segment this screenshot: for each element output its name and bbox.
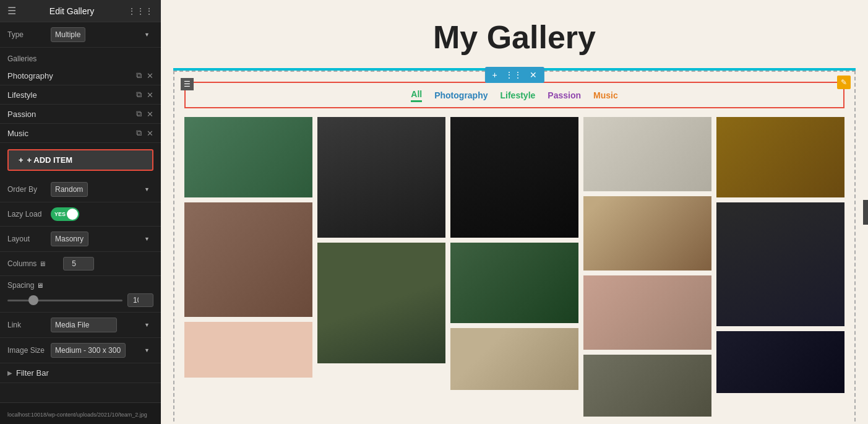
gallery-name-music: Music xyxy=(7,129,136,138)
filter-bar-label: Filter Bar xyxy=(16,368,49,378)
sidebar: ☰ Edit Gallery ⋮⋮⋮ Type Multiple Single … xyxy=(0,0,161,424)
tab-passion[interactable]: Passion xyxy=(548,88,581,102)
spacing-label: Spacing xyxy=(7,281,34,290)
copy-music-btn[interactable]: ⧉ xyxy=(136,128,142,138)
masonry-grid xyxy=(184,117,844,417)
spacing-desktop-icon: 🖥 xyxy=(37,282,43,289)
move-widget-btn[interactable]: ⋮⋮ xyxy=(502,69,525,81)
layout-select[interactable]: Masonry Grid Justified xyxy=(51,231,88,246)
copy-lifestyle-btn[interactable]: ⧉ xyxy=(136,90,142,100)
list-item xyxy=(450,117,578,238)
lazy-load-toggle[interactable]: YES xyxy=(51,207,79,221)
tab-all[interactable]: All xyxy=(411,88,422,102)
delete-passion-btn[interactable]: ✕ xyxy=(147,109,153,119)
list-item xyxy=(583,117,711,191)
link-label: Link xyxy=(7,321,51,329)
copy-passion-btn[interactable]: ⧉ xyxy=(136,109,142,119)
gallery-container: ✎ ☰ All Photography Lifestyle Passion Mu… xyxy=(173,71,856,424)
columns-input[interactable] xyxy=(63,257,94,270)
add-item-label: + ADD ITEM xyxy=(27,155,73,165)
list-item xyxy=(583,275,711,350)
tab-lifestyle[interactable]: Lifestyle xyxy=(501,88,536,102)
bottom-url: localhost:10018/wp-content/uploads/2021/… xyxy=(7,412,147,418)
list-item xyxy=(583,355,711,417)
link-row: Link Media File Attachment Page None xyxy=(0,313,161,338)
tab-music[interactable]: Music xyxy=(593,88,618,102)
columns-label: Columns xyxy=(7,259,37,268)
order-by-label: Order By xyxy=(7,185,51,194)
toggle-yes-label: YES xyxy=(54,211,66,217)
add-item-button[interactable]: + + ADD ITEM xyxy=(7,149,153,171)
galleries-section: Galleries xyxy=(0,48,161,66)
list-item xyxy=(184,117,312,197)
order-by-row: Order By Random Date Title xyxy=(0,177,161,202)
gallery-wrapper: ✎ ☰ All Photography Lifestyle Passion Mu… xyxy=(161,68,868,424)
lazy-load-label: Lazy Load xyxy=(7,210,51,218)
gallery-name-photography: Photography xyxy=(7,71,136,80)
list-item xyxy=(184,202,312,317)
sidebar-header: ☰ Edit Gallery ⋮⋮⋮ xyxy=(0,0,161,22)
copy-photography-btn[interactable]: ⧉ xyxy=(136,71,142,80)
close-widget-btn[interactable]: ✕ xyxy=(527,69,539,81)
menu-icon[interactable]: ☰ xyxy=(7,5,16,17)
list-item xyxy=(716,331,844,393)
tab-photography[interactable]: Photography xyxy=(434,88,488,102)
link-select[interactable]: Media File Attachment Page None xyxy=(51,318,117,332)
widget-toolbar: + ⋮⋮ ✕ xyxy=(484,67,544,83)
spacing-row: Spacing 🖥 xyxy=(0,276,161,313)
layout-row: Layout Masonry Grid Justified xyxy=(0,227,161,252)
type-row: Type Multiple Single xyxy=(0,22,161,48)
gallery-item-photography: Photography ⧉ ✕ xyxy=(0,66,161,85)
add-widget-btn[interactable]: + xyxy=(489,69,499,81)
list-item xyxy=(716,202,844,326)
list-item xyxy=(317,117,445,238)
layout-icon: ☰ xyxy=(181,78,194,90)
image-size-label: Image Size xyxy=(7,346,51,355)
delete-photography-btn[interactable]: ✕ xyxy=(147,71,153,80)
plus-icon: + xyxy=(19,155,24,165)
filter-tabs: All Photography Lifestyle Passion Music xyxy=(184,82,844,108)
gallery-name-passion: Passion xyxy=(7,110,136,119)
page-title: My Gallery xyxy=(161,19,868,56)
grid-icon[interactable]: ⋮⋮⋮ xyxy=(127,6,153,16)
spacing-slider[interactable] xyxy=(7,300,122,301)
gallery-item-music: Music ⧉ ✕ xyxy=(0,124,161,143)
list-item xyxy=(716,117,844,197)
gallery-item-lifestyle: Lifestyle ⧉ ✕ xyxy=(0,85,161,105)
order-by-select[interactable]: Random Date Title xyxy=(51,182,88,197)
galleries-title: Galleries xyxy=(7,54,37,63)
image-size-select[interactable]: Medium - 300 x 300 Thumbnail Large xyxy=(51,343,126,358)
collapse-icon: ▶ xyxy=(7,370,12,376)
list-item xyxy=(583,196,711,270)
main-content: My Gallery + ⋮⋮ ✕ ✎ ☰ All Photography Li… xyxy=(161,0,868,424)
gallery-edit-button[interactable]: ✎ xyxy=(837,76,851,89)
columns-row: Columns 🖥 xyxy=(0,252,161,276)
type-label: Type xyxy=(7,30,51,39)
list-item xyxy=(184,322,312,378)
gallery-item-passion: Passion ⧉ ✕ xyxy=(0,105,161,124)
delete-lifestyle-btn[interactable]: ✕ xyxy=(147,90,153,100)
lazy-load-row: Lazy Load YES xyxy=(0,202,161,227)
type-select[interactable]: Multiple Single xyxy=(51,27,85,42)
list-item xyxy=(317,243,445,363)
image-size-row: Image Size Medium - 300 x 300 Thumbnail … xyxy=(0,338,161,363)
sidebar-title: Edit Gallery xyxy=(49,6,94,16)
delete-music-btn[interactable]: ✕ xyxy=(147,128,153,138)
list-item xyxy=(450,243,578,323)
columns-desktop-icon: 🖥 xyxy=(39,260,46,267)
page-header: My Gallery xyxy=(161,0,868,68)
spacing-value-input[interactable] xyxy=(127,293,153,307)
list-item xyxy=(450,328,578,390)
filter-bar-row[interactable]: ▶ Filter Bar xyxy=(0,363,161,383)
gallery-name-lifestyle: Lifestyle xyxy=(7,90,136,100)
layout-label: Layout xyxy=(7,235,51,243)
